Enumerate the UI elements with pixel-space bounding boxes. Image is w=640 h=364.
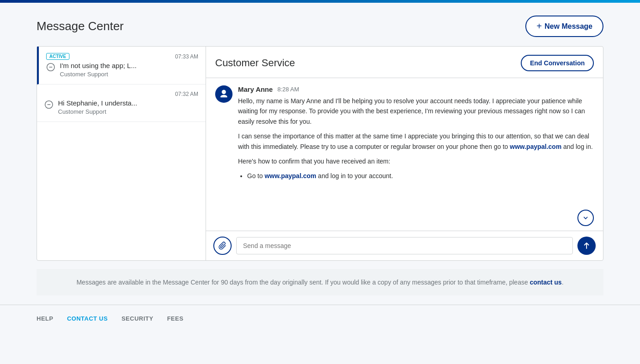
bubble-time: 8:28 AM bbox=[277, 86, 299, 93]
message-list-panel: ACTIVE 07:33 AM I'm not using the app; L… bbox=[37, 47, 206, 260]
paypal-link-2[interactable]: www.paypal.com bbox=[264, 172, 316, 179]
message-bubble-1: Mary Anne 8:28 AM Hello, my name is Mary… bbox=[215, 85, 594, 184]
bottom-nav: HELP CONTACT US SECURITY FEES bbox=[0, 305, 640, 327]
plus-icon: + bbox=[536, 21, 542, 32]
new-message-label: New Message bbox=[545, 22, 592, 31]
send-button[interactable] bbox=[577, 237, 596, 255]
scroll-down-button[interactable] bbox=[577, 210, 594, 226]
bubble-para-3: Here's how to confirm that you have rece… bbox=[238, 156, 594, 166]
message-icon-2 bbox=[44, 100, 53, 109]
message-subject-2: Hi Stephanie, I understa... bbox=[58, 99, 137, 107]
bubble-header-1: Mary Anne 8:28 AM bbox=[238, 85, 594, 93]
page-header: Message Center + New Message bbox=[37, 3, 603, 46]
conversation-panel: Customer Service End Conversation Mary A… bbox=[206, 47, 603, 260]
main-content: ACTIVE 07:33 AM I'm not using the app; L… bbox=[37, 46, 603, 261]
message-category-1: Customer Support bbox=[60, 71, 137, 78]
new-message-button[interactable]: + New Message bbox=[525, 16, 603, 37]
bubble-para-2: I can sense the importance of this matte… bbox=[238, 131, 594, 152]
bubble-sender: Mary Anne bbox=[238, 85, 273, 93]
message-category-2: Customer Support bbox=[58, 108, 137, 115]
message-item-2[interactable]: 07:32 AM Hi Stephanie, I understa... Cus… bbox=[37, 84, 206, 122]
avatar bbox=[215, 85, 233, 103]
bubble-text: Hello, my name is Mary Anne and I'll be … bbox=[238, 96, 594, 181]
footer-note-text1: Messages are available in the Message Ce… bbox=[76, 279, 529, 286]
paypal-link-1[interactable]: www.paypal.com bbox=[510, 143, 561, 150]
message-input[interactable] bbox=[236, 237, 573, 254]
attach-button[interactable] bbox=[213, 237, 232, 255]
message-time-2: 07:32 AM bbox=[175, 91, 198, 97]
message-subject-1: I'm not using the app; L... bbox=[60, 62, 137, 69]
end-conversation-button[interactable]: End Conversation bbox=[521, 55, 594, 71]
bullet-item-1: Go to www.paypal.com and log in to your … bbox=[247, 171, 594, 181]
message-item-1[interactable]: ACTIVE 07:33 AM I'm not using the app; L… bbox=[37, 47, 206, 84]
page-title: Message Center bbox=[37, 19, 124, 33]
conversation-title: Customer Service bbox=[215, 57, 295, 69]
nav-link-help[interactable]: HELP bbox=[37, 315, 53, 322]
conversation-header: Customer Service End Conversation bbox=[206, 47, 603, 78]
nav-link-fees[interactable]: FEES bbox=[167, 315, 184, 322]
conversation-messages: Mary Anne 8:28 AM Hello, my name is Mary… bbox=[206, 78, 603, 231]
message-time-1: 07:33 AM bbox=[175, 53, 198, 60]
active-badge: ACTIVE bbox=[46, 53, 69, 60]
message-input-area bbox=[206, 231, 603, 260]
message-icon-1 bbox=[46, 63, 55, 72]
footer-note-text2: . bbox=[562, 279, 564, 286]
bubble-para-1: Hello, my name is Mary Anne and I'll be … bbox=[238, 96, 594, 127]
nav-link-contact-us[interactable]: CONTACT US bbox=[67, 315, 108, 322]
bubble-content-1: Mary Anne 8:28 AM Hello, my name is Mary… bbox=[238, 85, 594, 184]
contact-us-link[interactable]: contact us bbox=[530, 279, 562, 286]
nav-link-security[interactable]: SECURITY bbox=[122, 315, 153, 322]
footer-note: Messages are available in the Message Ce… bbox=[37, 269, 603, 295]
